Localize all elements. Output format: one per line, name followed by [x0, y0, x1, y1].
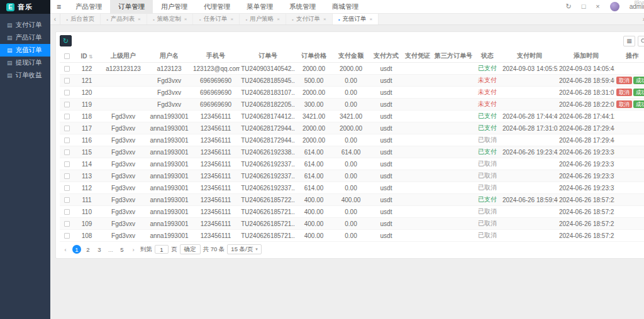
col-header-id-label: ID: [81, 53, 87, 60]
jump-page-input[interactable]: [155, 245, 169, 254]
page-1[interactable]: 1: [72, 245, 81, 254]
per-page-select[interactable]: 15 条/页▾: [227, 244, 261, 254]
page-next-icon[interactable]: ›: [129, 245, 138, 254]
cancel-order-button[interactable]: 取消: [616, 89, 632, 96]
page-ellipsis: ...: [106, 245, 115, 254]
cell-voucher: [402, 182, 433, 194]
close-icon[interactable]: ×: [596, 3, 599, 10]
admin-dropdown[interactable]: admin ▾: [630, 3, 644, 10]
tab-后台首页[interactable]: ●后台首页: [60, 14, 101, 24]
avatar[interactable]: [610, 2, 619, 11]
nav-menu[interactable]: 菜单管理: [238, 0, 281, 13]
row-checkbox[interactable]: [64, 126, 70, 131]
admin-username: admin: [630, 3, 644, 10]
row-checkbox[interactable]: [64, 66, 70, 72]
mark-success-button[interactable]: 成功: [633, 77, 644, 84]
nav-mall[interactable]: 商城管理: [324, 0, 367, 13]
toolbar-right: ▦: [623, 36, 644, 46]
cancel-order-button[interactable]: 取消: [616, 77, 632, 84]
row-checkbox[interactable]: [64, 149, 70, 155]
cell-method: usdt: [370, 206, 402, 218]
cell-phone: 696969690: [192, 99, 240, 111]
cell-price: 614.00: [296, 170, 331, 182]
nav-agent[interactable]: 代理管理: [196, 0, 238, 13]
tab-close-icon[interactable]: ×: [230, 16, 233, 22]
tab-label: 策略定制: [157, 15, 181, 23]
row-checkbox[interactable]: [64, 102, 70, 107]
row-checkbox[interactable]: [64, 114, 70, 119]
tab-close-icon[interactable]: ×: [138, 16, 141, 22]
row-checkbox[interactable]: [64, 161, 70, 167]
jump-prefix-label: 到第: [140, 246, 152, 254]
tab-close-icon[interactable]: ×: [184, 16, 187, 22]
tab-dot-icon: ●: [292, 18, 294, 21]
sidebar-item-pay-orders[interactable]: ▤支付订单: [0, 19, 50, 31]
nav-toggle[interactable]: ≡: [50, 0, 67, 13]
row-checkbox[interactable]: [64, 173, 70, 179]
sidebar-item-withdraw-orders[interactable]: ▤提现订单: [0, 57, 50, 69]
sort-icon[interactable]: ⇅: [87, 54, 93, 60]
tab-产品列表[interactable]: ●产品列表×: [101, 14, 147, 24]
page-3[interactable]: 3: [95, 245, 104, 254]
tab-close-icon[interactable]: ×: [370, 16, 373, 22]
cell-voucher: [402, 134, 433, 146]
tab-dot-icon: ●: [199, 18, 201, 21]
cell-id: 111: [74, 194, 100, 206]
table-refresh-button[interactable]: ↻: [60, 35, 72, 46]
cell-method: usdt: [370, 111, 402, 122]
row-checkbox[interactable]: [64, 138, 70, 143]
sidebar-item-order-earnings-icon: ▤: [7, 72, 13, 78]
page-prev-icon[interactable]: ‹: [61, 245, 70, 254]
columns-toggle-button[interactable]: ▦: [623, 36, 635, 46]
mark-success-button[interactable]: 成功: [633, 100, 644, 108]
orders-table: ID ⇅上级用户用户名手机号订单号订单价格支付金额支付方式支付凭证第三方订单号状…: [60, 50, 644, 242]
nav-order[interactable]: 订单管理: [110, 0, 153, 13]
tab-label: 后台首页: [70, 15, 94, 23]
per-page-value: 15 条/页: [231, 246, 253, 254]
logo-title: 音乐: [18, 3, 33, 12]
tabs-scroll-left-icon[interactable]: ‹: [50, 14, 60, 24]
cell-status: 已取消: [474, 182, 501, 194]
row-checkbox[interactable]: [64, 185, 70, 191]
cell-username: anna1993001: [147, 218, 192, 230]
sidebar-item-product-orders[interactable]: ▤产品订单: [0, 31, 50, 44]
fullscreen-icon[interactable]: □: [582, 3, 586, 10]
tab-任务订单[interactable]: ●任务订单×: [193, 14, 240, 24]
cell-third_no: [433, 75, 474, 87]
cell-price: 300.00: [296, 99, 331, 111]
row-checkbox[interactable]: [64, 209, 70, 215]
sidebar-item-recharge-orders[interactable]: ▤充值订单: [0, 44, 50, 57]
cell-pay_time: [501, 87, 558, 99]
cell-status: 已支付: [474, 111, 501, 122]
tab-close-icon[interactable]: ×: [277, 16, 280, 22]
tab-支付订单[interactable]: ●支付订单×: [286, 14, 333, 24]
select-all-checkbox[interactable]: [64, 53, 70, 59]
row-checkbox[interactable]: [64, 221, 70, 227]
search-toggle-button[interactable]: [638, 36, 644, 46]
status-badge: 已支付: [478, 65, 497, 72]
tab-策略定制[interactable]: ●策略定制×: [147, 14, 194, 24]
sidebar-item-order-earnings[interactable]: ▤订单收益: [0, 69, 50, 82]
nav-system[interactable]: 系统管理: [281, 0, 324, 13]
page-5[interactable]: 5: [118, 245, 126, 254]
col-header-id[interactable]: ID ⇅: [74, 50, 100, 63]
row-checkbox[interactable]: [64, 90, 70, 95]
row-checkbox[interactable]: [64, 197, 70, 203]
page-2[interactable]: 2: [84, 245, 92, 254]
cell-actions: [614, 134, 644, 146]
tab-充值订单[interactable]: ●充值订单×: [333, 14, 379, 24]
cell-id: 117: [74, 122, 100, 134]
tab-close-icon[interactable]: ×: [323, 16, 326, 22]
cell-voucher: [402, 111, 433, 122]
jump-confirm-button[interactable]: 确定: [180, 244, 201, 254]
tab-用户策略[interactable]: ●用户策略×: [240, 14, 286, 24]
mark-success-button[interactable]: 成功: [633, 89, 644, 96]
refresh-icon[interactable]: ↻: [565, 3, 571, 10]
cell-phone: 123456111: [192, 122, 240, 134]
row-checkbox[interactable]: [64, 233, 70, 239]
nav-product[interactable]: 产品管理: [67, 0, 110, 13]
tabs-scroll-right-icon[interactable]: ›: [639, 14, 644, 24]
row-checkbox[interactable]: [64, 78, 70, 84]
cancel-order-button[interactable]: 取消: [616, 100, 632, 108]
nav-user[interactable]: 用户管理: [153, 0, 196, 13]
